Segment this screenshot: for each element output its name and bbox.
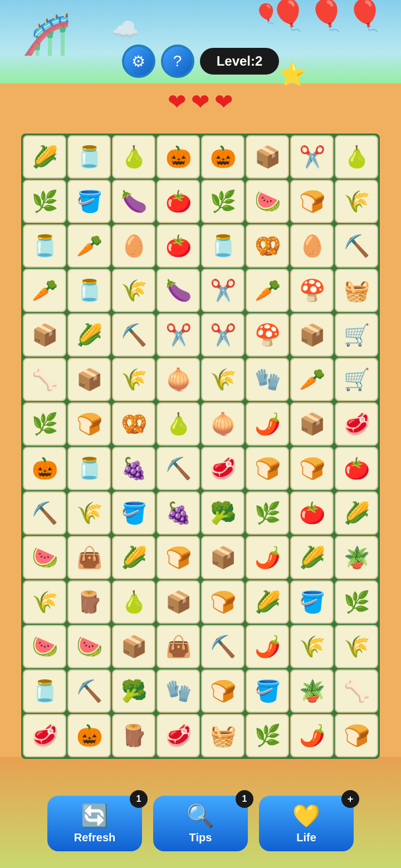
tile-90[interactable]: 📦 [112, 625, 155, 668]
help-button[interactable]: ? [161, 45, 194, 78]
tile-74[interactable]: 🌽 [112, 536, 155, 579]
tile-31[interactable]: 🧺 [335, 269, 378, 312]
tile-93[interactable]: 🌶️ [246, 625, 289, 668]
tile-44[interactable]: 🌾 [201, 358, 244, 401]
settings-button[interactable]: ⚙ [122, 45, 155, 78]
tile-29[interactable]: 🥕 [246, 269, 289, 312]
tile-59[interactable]: ⛏️ [157, 447, 200, 490]
tile-92[interactable]: ⛏️ [201, 625, 244, 668]
tile-103[interactable]: 🦴 [335, 669, 378, 713]
tile-108[interactable]: 🧺 [201, 714, 244, 757]
tile-101[interactable]: 🪣 [246, 669, 289, 713]
tile-60[interactable]: 🥩 [201, 447, 244, 490]
tile-0[interactable]: 🌽 [23, 135, 66, 179]
tile-65[interactable]: 🌾 [67, 491, 111, 535]
tile-27[interactable]: 🍆 [157, 269, 200, 312]
tile-85[interactable]: 🌽 [246, 580, 289, 624]
tile-12[interactable]: 🌿 [201, 180, 244, 223]
tile-100[interactable]: 🍞 [201, 669, 244, 713]
life-button[interactable]: + 💛 Life [259, 796, 354, 851]
tile-67[interactable]: 🍇 [157, 491, 200, 535]
tile-51[interactable]: 🍐 [157, 402, 200, 446]
tile-5[interactable]: 📦 [246, 135, 289, 179]
tile-95[interactable]: 🌾 [335, 625, 378, 668]
tile-1[interactable]: 🫙 [67, 135, 111, 179]
tile-107[interactable]: 🥩 [157, 714, 200, 757]
tile-76[interactable]: 📦 [201, 536, 244, 579]
tile-24[interactable]: 🥕 [23, 269, 66, 312]
tile-22[interactable]: 🥚 [290, 224, 334, 268]
tile-34[interactable]: ⛏️ [112, 313, 155, 357]
tile-38[interactable]: 📦 [290, 313, 334, 357]
tile-13[interactable]: 🍉 [246, 180, 289, 223]
tile-50[interactable]: 🥨 [112, 402, 155, 446]
tile-97[interactable]: ⛏️ [67, 669, 111, 713]
tile-11[interactable]: 🍅 [157, 180, 200, 223]
tile-69[interactable]: 🌿 [246, 491, 289, 535]
tile-18[interactable]: 🥚 [112, 224, 155, 268]
tile-32[interactable]: 📦 [23, 313, 66, 357]
tile-54[interactable]: 📦 [290, 402, 334, 446]
tile-109[interactable]: 🌿 [246, 714, 289, 757]
tile-55[interactable]: 🥩 [335, 402, 378, 446]
tile-102[interactable]: 🪴 [290, 669, 334, 713]
tile-10[interactable]: 🍆 [112, 180, 155, 223]
tile-26[interactable]: 🌾 [112, 269, 155, 312]
tile-14[interactable]: 🍞 [290, 180, 334, 223]
tile-33[interactable]: 🌽 [67, 313, 111, 357]
tile-28[interactable]: ✂️ [201, 269, 244, 312]
tile-75[interactable]: 🍞 [157, 536, 200, 579]
tile-35[interactable]: ✂️ [157, 313, 200, 357]
tile-80[interactable]: 🌾 [23, 580, 66, 624]
tile-48[interactable]: 🌿 [23, 402, 66, 446]
tile-20[interactable]: 🫙 [201, 224, 244, 268]
tile-78[interactable]: 🌽 [290, 536, 334, 579]
tile-57[interactable]: 🫙 [67, 447, 111, 490]
tile-89[interactable]: 🍉 [67, 625, 111, 668]
tile-15[interactable]: 🌾 [335, 180, 378, 223]
tile-56[interactable]: 🎃 [23, 447, 66, 490]
tile-66[interactable]: 🪣 [112, 491, 155, 535]
tile-98[interactable]: 🥦 [112, 669, 155, 713]
tile-7[interactable]: 🍐 [335, 135, 378, 179]
tile-83[interactable]: 📦 [157, 580, 200, 624]
tile-73[interactable]: 👜 [67, 536, 111, 579]
tile-3[interactable]: 🎃 [157, 135, 200, 179]
tile-23[interactable]: ⛏️ [335, 224, 378, 268]
tile-87[interactable]: 🌿 [335, 580, 378, 624]
tile-62[interactable]: 🍞 [290, 447, 334, 490]
tile-58[interactable]: 🍇 [112, 447, 155, 490]
tile-94[interactable]: 🌾 [290, 625, 334, 668]
tile-40[interactable]: 🦴 [23, 358, 66, 401]
tile-46[interactable]: 🥕 [290, 358, 334, 401]
refresh-button[interactable]: 1 🔄 Refresh [47, 796, 142, 851]
tile-71[interactable]: 🌽 [335, 491, 378, 535]
tile-30[interactable]: 🍄 [290, 269, 334, 312]
tile-41[interactable]: 📦 [67, 358, 111, 401]
tile-70[interactable]: 🍅 [290, 491, 334, 535]
tile-81[interactable]: 🪵 [67, 580, 111, 624]
tile-63[interactable]: 🍅 [335, 447, 378, 490]
tile-68[interactable]: 🥦 [201, 491, 244, 535]
tile-77[interactable]: 🌶️ [246, 536, 289, 579]
tile-99[interactable]: 🧤 [157, 669, 200, 713]
tile-6[interactable]: ✂️ [290, 135, 334, 179]
tile-106[interactable]: 🪵 [112, 714, 155, 757]
tile-79[interactable]: 🪴 [335, 536, 378, 579]
tile-86[interactable]: 🪣 [290, 580, 334, 624]
tile-72[interactable]: 🍉 [23, 536, 66, 579]
tile-91[interactable]: 👜 [157, 625, 200, 668]
tile-104[interactable]: 🥩 [23, 714, 66, 757]
tile-84[interactable]: 🍞 [201, 580, 244, 624]
tile-45[interactable]: 🧤 [246, 358, 289, 401]
tile-82[interactable]: 🍐 [112, 580, 155, 624]
tile-8[interactable]: 🌿 [23, 180, 66, 223]
tile-21[interactable]: 🥨 [246, 224, 289, 268]
tile-105[interactable]: 🎃 [67, 714, 111, 757]
tile-49[interactable]: 🍞 [67, 402, 111, 446]
tile-16[interactable]: 🫙 [23, 224, 66, 268]
tile-2[interactable]: 🍐 [112, 135, 155, 179]
tile-37[interactable]: 🍄 [246, 313, 289, 357]
tile-96[interactable]: 🫙 [23, 669, 66, 713]
tile-111[interactable]: 🍞 [335, 714, 378, 757]
